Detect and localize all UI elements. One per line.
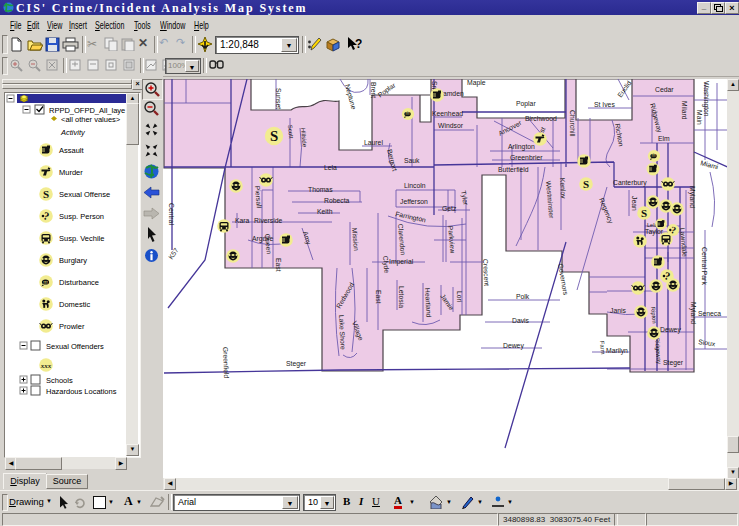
svg-text:Crescent: Crescent [482,259,490,287]
svg-text:Kenlov: Kenlov [559,178,567,200]
svg-text:Imperial: Imperial [389,258,414,266]
svg-text:Maple: Maple [467,79,486,87]
svg-text:Marilyn: Marilyn [606,347,628,355]
svg-text:Main: Main [696,110,703,125]
svg-text:Milard: Milard [681,101,688,120]
svg-text:Lela: Lela [324,164,337,171]
svg-text:Steger: Steger [663,359,684,367]
svg-text:Davis: Davis [512,317,530,324]
svg-text:Keenhead: Keenhead [432,110,463,117]
svg-text:Riverside: Riverside [254,217,283,224]
svg-text:St Ives: St Ives [594,101,615,108]
svg-text:Disturbance: Disturbance [59,278,99,287]
svg-text:Letosia: Letosia [398,286,405,308]
svg-text:Laurel: Laurel [364,139,383,146]
svg-text:Windsor: Windsor [438,122,464,129]
svg-text:Poplar: Poplar [516,100,536,108]
svg-text:Activity: Activity [60,128,86,137]
svg-text:RPPD_OFPD_All_laye: RPPD_OFPD_All_laye [49,106,125,115]
svg-text:Assault: Assault [59,146,85,155]
svg-text:Sexual Offenders: Sexual Offenders [46,342,104,351]
svg-text:Hazardous Locations: Hazardous Locations [46,387,117,396]
svg-text:Dewey: Dewey [660,326,681,334]
svg-text:Schools: Schools [46,376,73,385]
svg-text:Farm: Farm [599,341,606,355]
svg-text:Scott: Scott [287,125,294,139]
svg-text:Janis: Janis [610,307,626,314]
svg-text:Central: Central [168,203,175,225]
svg-text:Polk: Polk [516,293,530,300]
svg-text:Elm: Elm [658,135,670,142]
svg-text:Susp. Vechile: Susp. Vechile [59,234,104,243]
svg-text:Sauk: Sauk [404,157,420,164]
svg-text:Keith: Keith [317,208,333,215]
svg-text:Murder: Murder [59,168,83,177]
svg-text:Prowler: Prowler [59,322,85,331]
svg-text:Greenbrier: Greenbrier [510,154,543,161]
svg-text:<all other values>: <all other values> [61,115,121,124]
svg-text:Seneca: Seneca [698,310,721,317]
svg-text:Churchill: Churchill [569,110,576,137]
svg-text:?: ? [355,37,362,51]
svg-text:Thomas: Thomas [308,186,333,193]
svg-text:East: East [275,258,282,272]
svg-text:Burglary: Burglary [59,256,87,265]
svg-text:Sexual Offense: Sexual Offense [59,190,110,199]
svg-text:Birchwood: Birchwood [525,115,557,122]
svg-text:Domestic: Domestic [59,300,91,309]
svg-text:Central Park: Central Park [701,247,708,285]
svg-text:Lincoln: Lincoln [404,182,426,189]
svg-text:East: East [375,290,382,304]
svg-text:Jefferson: Jefferson [400,198,428,205]
svg-text:Greenfield: Greenfield [222,347,230,379]
svg-text:Susp. Person: Susp. Person [59,212,104,221]
svg-text:Dewey: Dewey [503,342,524,350]
svg-text:Lori: Lori [456,291,463,303]
svg-text:Robecta: Robecta [324,197,350,204]
svg-text:Getz: Getz [442,205,457,212]
svg-text:Myland: Myland [689,302,697,324]
svg-text:Jean: Jean [631,196,638,211]
svg-text:Sunset: Sunset [275,88,282,109]
svg-text:Brent: Brent [370,82,377,98]
svg-text:Canterbury: Canterbury [613,179,647,187]
svg-text:Cedar: Cedar [655,86,674,93]
svg-text:Steger: Steger [286,360,307,368]
svg-text:Myland: Myland [688,186,696,208]
svg-text:Kara: Kara [235,217,250,224]
svg-text:Butterfield: Butterfield [498,166,529,173]
svg-text:Arlington: Arlington [508,143,535,151]
